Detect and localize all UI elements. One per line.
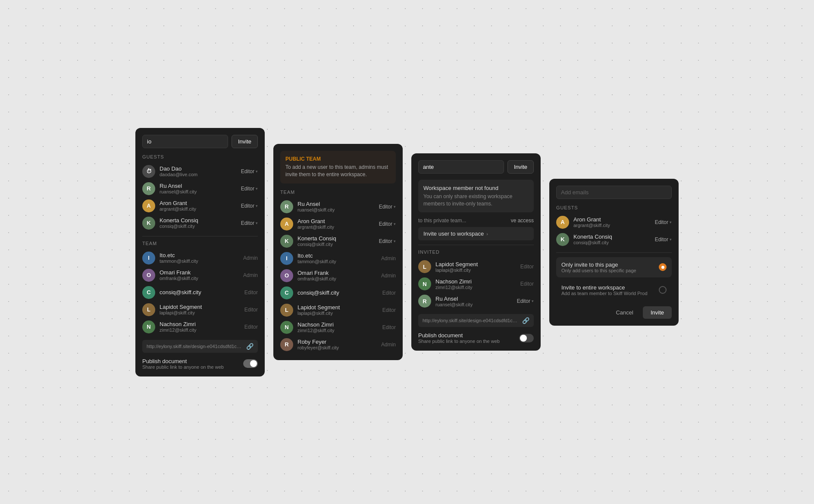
user-name: Ru Ansel (160, 183, 237, 189)
role-selector[interactable]: Editor ▾ (241, 168, 258, 174)
avatar: I (280, 252, 293, 265)
user-email: zimri12@skiff.city (297, 328, 378, 333)
role-selector[interactable]: Editor ▾ (655, 236, 672, 243)
chevron-down-icon: ▾ (394, 205, 396, 209)
link-copy-icon[interactable]: 🔗 (522, 317, 529, 324)
user-name: Lapidot Segment (160, 304, 240, 310)
user-info: Ru Ansel ruansel@skiff.city (160, 183, 237, 194)
role-label: Admin (243, 255, 258, 261)
user-name: Ru Ansel (297, 201, 375, 207)
user-name: consiq@skiff.city (160, 289, 240, 296)
publish-toggle[interactable] (519, 334, 534, 342)
user-name: Ito.etc (297, 252, 377, 259)
list-item: C consiq@skiff.city Editor (142, 284, 258, 301)
cancel-button[interactable]: Cancel (610, 306, 639, 319)
avatar: O (280, 269, 293, 282)
divider (142, 236, 258, 236)
avatar: K (556, 233, 569, 246)
publish-toggle[interactable] (243, 359, 258, 368)
list-item: R Roby Feyer robyfeyer@skiff.city Admin (280, 336, 396, 353)
list-item: R Ru Ansel ruansel@skiff.city Editor ▾ (418, 292, 534, 310)
user-name: Konerta Consiq (160, 217, 237, 224)
chevron-down-icon: ▾ (670, 237, 672, 242)
role-label: Editor (382, 324, 396, 330)
user-name: Aron Grant (573, 216, 651, 223)
role-selector[interactable]: Editor ▾ (241, 203, 258, 209)
role-label: Admin (381, 255, 396, 261)
user-name: Nachson Zimri (297, 321, 378, 328)
role-selector[interactable]: Editor ▾ (241, 220, 258, 226)
user-name: consiq@skiff.city (297, 289, 378, 296)
divider (556, 252, 672, 253)
list-item: L Lapidot Segment laplapi@skiff.city Edi… (280, 302, 396, 319)
user-email: consiq@skiff.city (160, 224, 237, 229)
publish-sub: Share public link to anyone on the web (142, 364, 239, 370)
team-members-list: R Ru Ansel ruansel@skiff.city Editor ▾ A… (280, 198, 396, 353)
chevron-down-icon: ▾ (394, 239, 396, 243)
list-item: ⏱ Dao Dao daodao@live.com Editor ▾ (142, 163, 258, 180)
list-item: O Omari Frank omfrank@skiff.city Admin (142, 267, 258, 284)
invite-button[interactable]: Invite (507, 160, 534, 174)
public-team-title: PUBLIC TEAM (285, 156, 391, 162)
confirm-invite-button[interactable]: Invite (643, 306, 672, 319)
publish-info: Publish document Share public link to an… (418, 332, 515, 344)
link-text: http://eylony.skiff.site/design-e041cdsd… (147, 344, 243, 349)
option-title: Only invite to this page (561, 261, 654, 268)
user-info: Konerta Consiq consiq@skiff.city (297, 235, 375, 247)
list-item: L Lapidot Segment laplapi@skiff.city Edi… (418, 258, 534, 275)
role-selector[interactable]: Editor ▾ (379, 204, 396, 210)
option-invite-page[interactable]: Only invite to this page Only add users … (556, 257, 672, 277)
chevron-down-icon: ▾ (532, 299, 534, 303)
user-info: Aron Grant argrant@skiff.city (297, 218, 375, 230)
link-row: http://eylony.skiff.site/design-e041cdsd… (142, 340, 258, 353)
user-name: Roby Feyer (297, 339, 377, 345)
avatar: C (142, 286, 155, 299)
role-selector[interactable]: Editor ▾ (517, 298, 534, 304)
user-name: Konerta Consiq (573, 233, 651, 240)
avatar: N (142, 320, 155, 333)
list-item: N Nachson Zimri zimri12@skiff.city Edito… (418, 275, 534, 292)
user-email: tammon@skiff.city (297, 259, 377, 264)
guests-label: GUESTS (142, 154, 258, 159)
list-item: I Ito.etc tammon@skiff.city Admin (142, 249, 258, 267)
user-email: argrant@skiff.city (573, 223, 651, 228)
user-email: zimri12@skiff.city (435, 285, 516, 290)
team-label: TEAM (142, 241, 258, 246)
team-label: TEAM (280, 190, 396, 195)
option-info: Invite to entire workspace Add as team m… (561, 284, 654, 296)
invite-workspace-link[interactable]: Invite user to workspace › (418, 227, 534, 240)
user-email: laplapi@skiff.city (160, 310, 240, 315)
list-item: N Nachson Zimri zimri12@skiff.city Edito… (142, 318, 258, 336)
role-label: Editor (382, 307, 396, 313)
avatar: R (280, 338, 293, 351)
add-emails-input[interactable] (556, 186, 672, 199)
avatar: K (280, 235, 293, 248)
user-email: argrant@skiff.city (297, 224, 375, 230)
user-name: Omari Frank (160, 269, 239, 276)
avatar: L (418, 260, 431, 273)
role-selector[interactable]: Editor ▾ (379, 221, 396, 227)
user-name: Omari Frank (297, 270, 377, 276)
publish-sub: Share public link to anyone on the web (418, 339, 515, 344)
link-copy-icon[interactable]: 🔗 (246, 343, 254, 350)
role-selector[interactable]: Editor ▾ (241, 186, 258, 192)
radio-selected-icon[interactable] (659, 263, 667, 271)
guests-list: ⏱ Dao Dao daodao@live.com Editor ▾ R Ru … (142, 163, 258, 232)
user-info: Ito.etc tammon@skiff.city (297, 252, 377, 264)
user-email: daodao@live.com (160, 172, 237, 177)
role-label: Admin (243, 272, 258, 278)
role-selector[interactable]: Editor ▾ (379, 238, 396, 244)
radio-unselected-icon[interactable] (659, 286, 667, 294)
role-selector[interactable]: Editor ▾ (655, 219, 672, 225)
search-input[interactable] (418, 160, 504, 174)
invite-button[interactable]: Invite (232, 135, 258, 148)
user-name: Lapidot Segment (297, 304, 378, 311)
list-item: N Nachson Zimri zimri12@skiff.city Edito… (280, 319, 396, 336)
role-label: Editor (244, 324, 258, 330)
user-email: laplapi@skiff.city (297, 311, 378, 316)
user-info: Aron Grant argrant@skiff.city (160, 200, 237, 212)
ve-access-text: ve access (511, 218, 534, 224)
option-invite-workspace[interactable]: Invite to entire workspace Add as team m… (556, 280, 672, 300)
avatar: ⏱ (142, 165, 155, 178)
search-input[interactable] (142, 135, 228, 148)
